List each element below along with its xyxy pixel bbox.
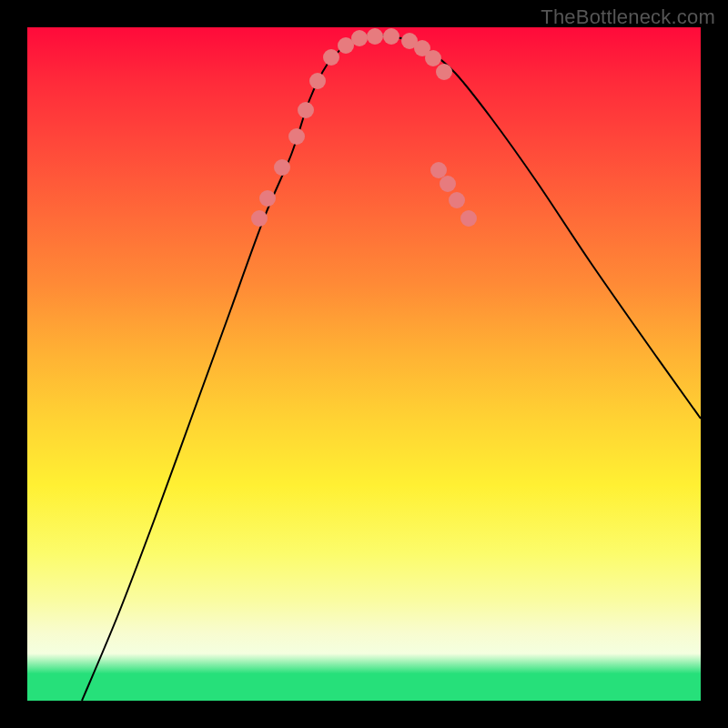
marker-dot [449, 192, 465, 208]
bottleneck-curve [82, 35, 701, 701]
marker-dot [383, 28, 399, 45]
plot-area [27, 27, 701, 701]
marker-dot [436, 64, 452, 80]
marker-dot [430, 162, 447, 178]
marker-dot [367, 28, 383, 45]
chart-svg [27, 27, 701, 701]
watermark-text: TheBottleneck.com [541, 5, 715, 29]
marker-dot [274, 159, 290, 176]
marker-dot [259, 190, 276, 207]
marker-dot [440, 176, 456, 192]
marker-dot [298, 102, 314, 118]
marker-dot [251, 210, 268, 227]
marker-dot [425, 50, 441, 66]
marker-dot [309, 73, 326, 89]
marker-dot [460, 210, 477, 227]
marker-dot [288, 128, 305, 145]
marker-dot [351, 30, 368, 46]
curve-markers [251, 28, 477, 227]
chart-stage: TheBottleneck.com [0, 0, 728, 728]
marker-dot [323, 49, 339, 66]
